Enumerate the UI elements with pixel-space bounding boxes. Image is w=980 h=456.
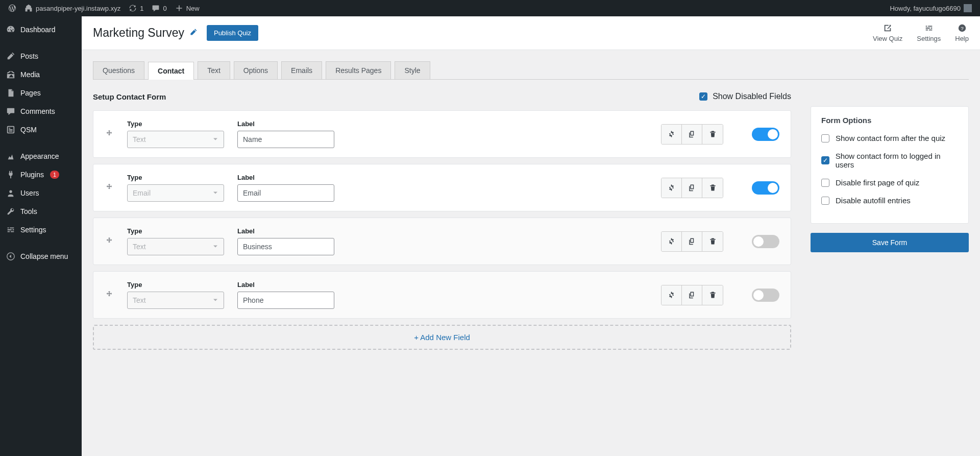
field-settings-button[interactable] [662,232,682,251]
tab-emails[interactable]: Emails [281,61,322,79]
tab-style[interactable]: Style [395,61,430,79]
label-heading: Label [237,227,334,235]
tab-questions[interactable]: Questions [93,61,144,79]
settings-button[interactable]: Settings [917,23,941,42]
comments-link[interactable]: 0 [148,0,170,16]
sidebar-label: QSM [20,126,37,134]
field-settings-button[interactable] [662,285,682,305]
form-option-row[interactable]: Show contact form to logged in users [821,152,958,169]
sidebar-label: Comments [20,107,55,115]
option-label: Disable autofill entries [836,196,911,205]
type-heading: Type [127,174,224,181]
field-settings-button[interactable] [662,125,682,144]
help-label: Help [955,35,969,42]
drag-handle-icon[interactable] [105,129,114,139]
show-disabled-fields-toggle[interactable]: Show Disabled Fields [699,92,791,101]
main-content: Marketing Survey Publish Quiz View Quiz … [82,16,980,456]
sidebar-item-media[interactable]: Media [0,65,82,84]
label-heading: Label [237,281,334,289]
sidebar-item-dashboard[interactable]: Dashboard [0,20,82,39]
type-heading: Type [127,227,224,235]
site-name-link[interactable]: pasandpiper-yeji.instawp.xyz [20,0,125,16]
new-link[interactable]: New [171,0,204,16]
option-checkbox[interactable] [821,134,829,142]
wp-logo[interactable] [4,0,20,16]
sidebar-item-qsm[interactable]: QSM [0,121,82,139]
sidebar-item-plugins[interactable]: Plugins1 [0,165,82,184]
field-enable-toggle[interactable] [752,181,779,195]
field-duplicate-button[interactable] [682,125,702,144]
howdy-link[interactable]: Howdy, fayucufugo6690 [886,0,976,16]
sidebar-item-settings[interactable]: Settings [0,221,82,239]
sidebar-item-collapse[interactable]: Collapse menu [0,247,82,266]
option-checkbox[interactable] [821,197,829,205]
sidebar-item-users[interactable]: Users [0,184,82,202]
sidebar-item-posts[interactable]: Posts [0,47,82,65]
svg-rect-3 [9,131,12,132]
form-options-title: Form Options [821,116,958,125]
field-type-select[interactable]: Text [127,292,224,309]
tab-options[interactable]: Options [234,61,278,79]
form-option-row[interactable]: Disable first page of quiz [821,178,958,187]
admin-bar: pasandpiper-yeji.instawp.xyz 1 0 New How… [0,0,980,16]
field-actions [661,231,723,252]
form-option-row[interactable]: Disable autofill entries [821,196,958,205]
sidebar-label: Media [20,70,40,79]
field-delete-button[interactable] [702,125,723,144]
sidebar-label: Appearance [20,152,59,160]
option-label: Show contact form to logged in users [836,152,958,169]
field-delete-button[interactable] [702,178,723,198]
section-title: Setup Contact Form [93,92,166,101]
new-label: New [186,5,200,12]
option-label: Disable first page of quiz [836,178,919,187]
field-type-select[interactable]: Text [127,131,224,148]
field-type-select[interactable]: Email [127,184,224,202]
field-label-input[interactable] [237,131,334,148]
field-enable-toggle[interactable] [752,128,779,141]
field-delete-button[interactable] [702,232,723,251]
help-button[interactable]: ?Help [955,23,969,42]
tab-contact[interactable]: Contact [148,62,194,80]
sidebar-label: Tools [20,207,37,215]
admin-sidebar: Dashboard Posts Media Pages Comments QSM… [0,16,82,456]
option-checkbox[interactable] [821,179,829,187]
sidebar-item-pages[interactable]: Pages [0,84,82,102]
tab-results-pages[interactable]: Results Pages [326,61,391,79]
publish-quiz-button[interactable]: Publish Quiz [207,25,258,41]
drag-handle-icon[interactable] [105,290,114,300]
field-label-input[interactable] [237,238,334,255]
field-enable-toggle[interactable] [752,235,779,248]
type-heading: Type [127,281,224,289]
option-checkbox[interactable] [821,156,829,164]
view-quiz-button[interactable]: View Quiz [873,23,902,42]
field-enable-toggle[interactable] [752,289,779,302]
howdy-text: Howdy, fayucufugo6690 [890,5,961,12]
refresh-link[interactable]: 1 [125,0,148,16]
form-option-row[interactable]: Show contact form after the quiz [821,134,958,142]
drag-handle-icon[interactable] [105,182,114,193]
edit-title-icon[interactable] [189,28,198,38]
show-disabled-label: Show Disabled Fields [713,92,791,101]
sidebar-item-comments[interactable]: Comments [0,102,82,121]
field-label-input[interactable] [237,292,334,309]
field-settings-button[interactable] [662,178,682,198]
field-label-input[interactable] [237,184,334,202]
field-duplicate-button[interactable] [682,178,702,198]
label-heading: Label [237,174,334,181]
field-duplicate-button[interactable] [682,285,702,305]
add-new-field-button[interactable]: + Add New Field [93,325,791,350]
field-type-select[interactable]: Text [127,238,224,255]
sidebar-item-appearance[interactable]: Appearance [0,147,82,165]
field-duplicate-button[interactable] [682,232,702,251]
quiz-tabs: QuestionsContactTextOptionsEmailsResults… [93,61,969,80]
field-delete-button[interactable] [702,285,723,305]
drag-handle-icon[interactable] [105,236,114,247]
show-disabled-checkbox[interactable] [699,92,707,101]
sidebar-label: Settings [20,226,46,234]
comments-count: 0 [163,5,166,12]
sidebar-item-tools[interactable]: Tools [0,202,82,221]
save-form-button[interactable]: Save Form [811,233,969,252]
plugins-badge: 1 [50,171,59,179]
contact-field-row: TypeTextLabel [93,218,791,265]
tab-text[interactable]: Text [198,61,230,79]
